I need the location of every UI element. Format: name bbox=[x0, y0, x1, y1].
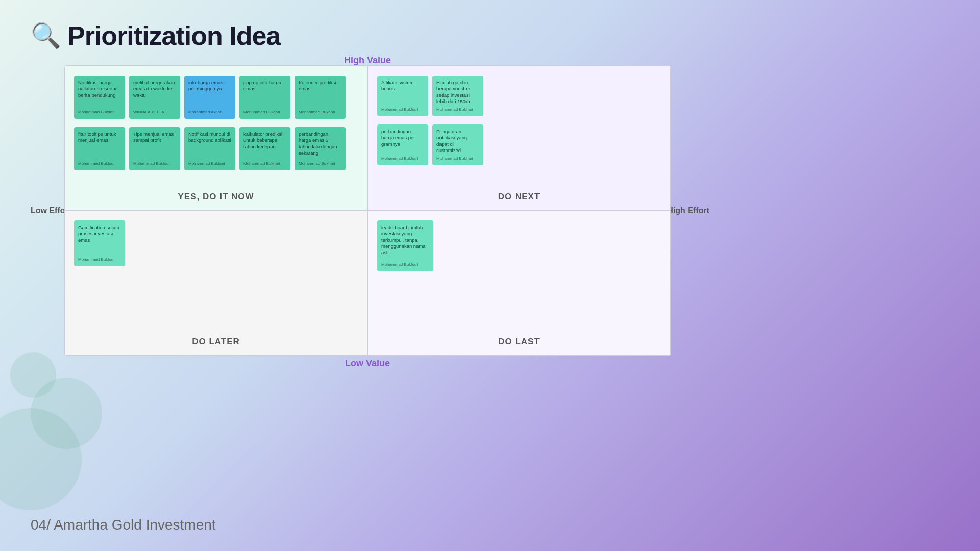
card-tips-menjual[interactable]: Tips menjual emas sampai profit Mohammad… bbox=[129, 127, 180, 170]
cards-row-br: leaderboard jumlah investasi yang terkum… bbox=[373, 216, 665, 271]
card-author: Mohammad Bukhari bbox=[243, 110, 286, 115]
card-text: info harga emas per minggu nya bbox=[188, 80, 231, 92]
card-pergerakan-emas[interactable]: melihat pergerakan emas dri waktu ke wak… bbox=[129, 76, 180, 119]
card-text: pop up info harga emas bbox=[243, 80, 286, 92]
card-text: Gamification setiap proses investasi ema… bbox=[78, 224, 121, 243]
card-text: perbandingan harga emas per gramnya bbox=[381, 129, 424, 147]
card-info-harga[interactable]: info harga emas per minggu nya Mohammad … bbox=[184, 76, 235, 119]
card-author: Mohammad Akbar bbox=[188, 110, 231, 115]
card-text: fitur tooltips untuk menjual emas bbox=[78, 131, 121, 144]
card-text: Notifikasi harga naik/turun disertai ber… bbox=[78, 80, 121, 98]
deco-circle-3 bbox=[10, 352, 56, 398]
card-text: melihat pergerakan emas dri waktu ke wak… bbox=[133, 80, 176, 98]
cards-row-1: Notifikasi harga naik/turun disertai ber… bbox=[70, 71, 362, 119]
card-text: Affiliate system bonus bbox=[381, 80, 424, 92]
card-notifikasi-harga[interactable]: Notifikasi harga naik/turun disertai ber… bbox=[74, 76, 125, 119]
card-author: Mohammad Bukhari bbox=[133, 161, 176, 166]
cards-row-bl: Gamification setiap proses investasi ema… bbox=[70, 216, 362, 266]
card-author: Mohammad Bukhari bbox=[78, 161, 121, 166]
card-text: Tips menjual emas sampai profit bbox=[133, 131, 176, 144]
card-author: Mohammad Bukhari bbox=[299, 161, 341, 166]
quadrant-label-bottom-left: DO LATER bbox=[192, 337, 240, 347]
card-author: Mohammad Bukhari bbox=[381, 107, 424, 112]
card-author: Mohammad Bukhari bbox=[78, 257, 121, 262]
card-affiliate[interactable]: Affiliate system bonus Mohammad Bukhari bbox=[377, 76, 428, 116]
quadrant-label-top-right: DO NEXT bbox=[498, 192, 541, 202]
footer: 04/ Amartha Gold Investment bbox=[31, 517, 216, 533]
high-value-label: High Value bbox=[344, 55, 391, 66]
page-header: 🔍 Prioritization Idea bbox=[31, 20, 280, 51]
card-popup-info[interactable]: pop up info harga emas Mohammad Bukhari bbox=[239, 76, 290, 119]
card-author: Mohammad Bukhari bbox=[381, 156, 424, 161]
card-text: Notifikasi muncul di background aplikasi bbox=[188, 131, 231, 144]
card-text: Kalender prediksi emas bbox=[299, 80, 341, 92]
quadrant-label-bottom-right: DO LAST bbox=[498, 337, 540, 347]
card-kalkulator[interactable]: kalkulator prediksi untuk beberapa tahun… bbox=[239, 127, 290, 170]
card-perbandingan-5tahun[interactable]: perbandingan harga emas 5 tahun lalu den… bbox=[295, 127, 346, 170]
card-author: Mohammad Bukhari bbox=[299, 110, 341, 115]
card-author: Mohammad Bukhari bbox=[381, 262, 429, 267]
cards-row-tr: Affiliate system bonus Mohammad Bukhari … bbox=[373, 71, 665, 116]
card-author: WINNA ARIELLA bbox=[133, 110, 176, 115]
quadrant-top-right: Affiliate system bonus Mohammad Bukhari … bbox=[368, 66, 671, 211]
card-text: leaderboard jumlah investasi yang terkum… bbox=[381, 224, 429, 256]
card-perbandingan-gram[interactable]: perbandingan harga emas per gramnya Moha… bbox=[377, 124, 428, 165]
card-kalender-prediksi[interactable]: Kalender prediksi emas Mohammad Bukhari bbox=[295, 76, 346, 119]
quadrant-bottom-right: leaderboard jumlah investasi yang terkum… bbox=[368, 211, 671, 356]
card-author: Mohammad Bukhari bbox=[78, 110, 121, 115]
cards-row-tr-2: perbandingan harga emas per gramnya Moha… bbox=[373, 120, 665, 165]
quadrant-grid: Notifikasi harga naik/turun disertai ber… bbox=[64, 65, 671, 356]
cards-row-2: fitur tooltips untuk menjual emas Mohamm… bbox=[70, 123, 362, 170]
card-text: kalkulator prediksi untuk beberapa tahun… bbox=[243, 131, 286, 150]
card-author: Mohammad Bukhari bbox=[436, 107, 479, 112]
card-text: Pengaturan notifikasi yang dapat di cust… bbox=[436, 129, 479, 154]
quadrant-top-left: Notifikasi harga naik/turun disertai ber… bbox=[64, 66, 368, 211]
card-hadiah-gatcha[interactable]: Hadiah gatcha berupa voucher setiap inve… bbox=[432, 76, 483, 116]
card-author: Mohammad Bukhari bbox=[436, 156, 479, 161]
card-author: Mohammad Bukhari bbox=[188, 161, 231, 166]
card-leaderboard[interactable]: leaderboard jumlah investasi yang terkum… bbox=[377, 220, 433, 271]
card-text: perbandingan harga emas 5 tahun lalu den… bbox=[299, 131, 341, 156]
quadrant-label-top-left: YES, DO IT NOW bbox=[178, 192, 254, 202]
chart-container: High Value Low Value Low Effort High Eff… bbox=[64, 65, 671, 356]
card-pengaturan-notif[interactable]: Pengaturan notifikasi yang dapat di cust… bbox=[432, 124, 483, 165]
card-text: Hadiah gatcha berupa voucher setiap inve… bbox=[436, 80, 479, 105]
card-tooltips[interactable]: fitur tooltips untuk menjual emas Mohamm… bbox=[74, 127, 125, 170]
high-effort-label: High Effort bbox=[667, 206, 709, 215]
quadrant-bottom-left: Gamification setiap proses investasi ema… bbox=[64, 211, 368, 356]
card-author: Mohammad Bukhari bbox=[243, 161, 286, 166]
search-icon: 🔍 bbox=[31, 21, 61, 50]
page-title: Prioritization Idea bbox=[67, 20, 280, 51]
card-notifikasi-bg[interactable]: Notifikasi muncul di background aplikasi… bbox=[184, 127, 235, 170]
card-gamification[interactable]: Gamification setiap proses investasi ema… bbox=[74, 220, 125, 266]
low-value-label: Low Value bbox=[345, 358, 390, 369]
